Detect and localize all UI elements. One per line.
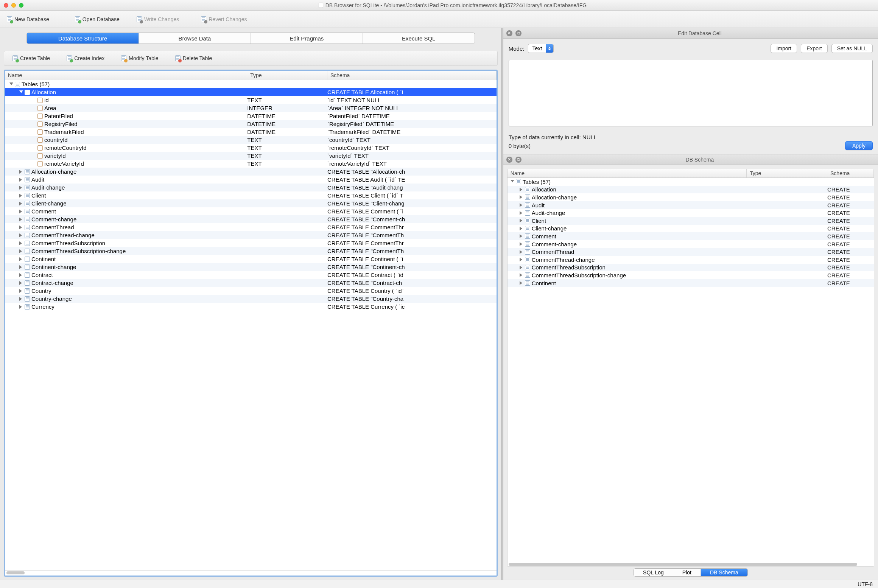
disclosure-icon[interactable]: [19, 90, 23, 94]
tree-column-row[interactable]: RegistryFiled DATETIME `RegistryFiled` D…: [5, 120, 497, 128]
tree-column-row[interactable]: PatentFiled DATETIME `PatentFiled` DATET…: [5, 112, 497, 120]
tree-row-table[interactable]: CommentThreadSubscription CREATE TABLE C…: [5, 239, 497, 247]
create-index-button[interactable]: Create Index: [64, 54, 107, 63]
tree-row-table[interactable]: Continent-change CREATE TABLE "Continent…: [5, 263, 497, 271]
disclosure-icon[interactable]: [520, 219, 523, 222]
tab-browse-data[interactable]: Browse Data: [139, 33, 251, 44]
disclosure-icon[interactable]: [520, 266, 523, 269]
disclosure-icon[interactable]: [520, 211, 523, 215]
import-button[interactable]: Import: [771, 44, 797, 53]
tree-column-row[interactable]: remoteCountryId TEXT `remoteCountryId` T…: [5, 144, 497, 152]
tab-sql-log[interactable]: SQL Log: [634, 569, 673, 576]
tree-column-row[interactable]: Area INTEGER `Area` INTEGER NOT NULL: [5, 104, 497, 112]
schema-row[interactable]: Comment CREATE: [507, 232, 874, 240]
tree-column-row[interactable]: TrademarkFiled DATETIME `TrademarkFiled`…: [5, 128, 497, 136]
tree-row-table[interactable]: Audit-change CREATE TABLE "Audit-chang: [5, 184, 497, 191]
tree-body[interactable]: Tables (57) Allocation CREATE TABLE Allo…: [5, 80, 497, 570]
tree-row-table[interactable]: Comment CREATE TABLE Comment ( `i: [5, 207, 497, 215]
tab-db-schema[interactable]: DB Schema: [701, 569, 747, 576]
disclosure-icon[interactable]: [520, 227, 523, 230]
disclosure-icon[interactable]: [19, 226, 23, 229]
tree-column-row[interactable]: id TEXT `id` TEXT NOT NULL: [5, 96, 497, 104]
schema-row[interactable]: CommentThreadSubscription CREATE: [507, 264, 874, 272]
tree-row-table[interactable]: Contract-change CREATE TABLE "Contract-c…: [5, 279, 497, 287]
schema-row[interactable]: Comment-change CREATE: [507, 240, 874, 248]
schema-row[interactable]: CommentThread-change CREATE: [507, 256, 874, 264]
sth-name[interactable]: Name: [507, 169, 747, 177]
delete-table-button[interactable]: Delete Table: [172, 54, 215, 63]
panel-popout-icon[interactable]: ⧉: [515, 157, 522, 163]
disclosure-icon[interactable]: [9, 82, 13, 86]
disclosure-icon[interactable]: [19, 265, 23, 269]
disclosure-icon[interactable]: [19, 289, 23, 293]
disclosure-icon[interactable]: [520, 234, 523, 238]
th-name[interactable]: Name: [5, 71, 247, 80]
tree-hscroll[interactable]: [5, 570, 497, 576]
tree-row-allocation[interactable]: Allocation CREATE TABLE Allocation ( `i: [5, 88, 497, 96]
disclosure-icon[interactable]: [19, 249, 23, 253]
disclosure-icon[interactable]: [19, 281, 23, 285]
schema-row[interactable]: CommentThread CREATE: [507, 248, 874, 256]
schema-rows[interactable]: Tables (57) Allocation CREATE Allocation…: [507, 178, 874, 562]
create-table-button[interactable]: Create Table: [9, 54, 53, 63]
mode-select[interactable]: Text: [528, 44, 554, 53]
panel-close-icon[interactable]: ✕: [506, 157, 512, 163]
tree-row-table[interactable]: Comment-change CREATE TABLE "Comment-ch: [5, 215, 497, 223]
apply-button[interactable]: Apply: [845, 141, 873, 150]
tree-column-row[interactable]: varietyId TEXT `varietyId` TEXT: [5, 152, 497, 160]
minimize-window-icon[interactable]: [11, 3, 16, 8]
new-database-button[interactable]: New Database: [4, 15, 52, 24]
tree-tables-header[interactable]: Tables (57): [5, 80, 497, 88]
schema-row[interactable]: Audit CREATE: [507, 201, 874, 209]
disclosure-icon[interactable]: [19, 305, 23, 309]
export-button[interactable]: Export: [801, 44, 827, 53]
disclosure-icon[interactable]: [19, 194, 23, 198]
disclosure-icon[interactable]: [19, 202, 23, 205]
disclosure-icon[interactable]: [520, 258, 523, 261]
tab-edit-pragmas[interactable]: Edit Pragmas: [251, 33, 363, 44]
set-null-button[interactable]: Set as NULL: [831, 44, 873, 53]
schema-row[interactable]: Continent CREATE: [507, 279, 874, 287]
panel-close-icon[interactable]: ✕: [506, 30, 512, 36]
schema-row[interactable]: Audit-change CREATE: [507, 209, 874, 217]
schema-tables-header[interactable]: Tables (57): [507, 178, 874, 186]
modify-table-button[interactable]: Modify Table: [118, 54, 161, 63]
schema-row[interactable]: Allocation CREATE: [507, 186, 874, 194]
tree-row-table[interactable]: Contract CREATE TABLE Contract ( `id: [5, 271, 497, 279]
disclosure-icon[interactable]: [19, 297, 23, 301]
disclosure-icon[interactable]: [520, 188, 523, 191]
open-database-button[interactable]: Open Database: [72, 15, 123, 24]
tree-column-row[interactable]: countryId TEXT `countryId` TEXT: [5, 136, 497, 144]
schema-row[interactable]: Allocation-change CREATE: [507, 193, 874, 201]
disclosure-icon[interactable]: [520, 250, 523, 254]
tree-column-row[interactable]: remoteVarietyId TEXT `remoteVarietyId` T…: [5, 160, 497, 168]
disclosure-icon[interactable]: [520, 281, 523, 285]
tab-execute-sql[interactable]: Execute SQL: [363, 33, 475, 44]
tree-row-table[interactable]: Client-change CREATE TABLE "Client-chang: [5, 199, 497, 207]
tree-row-table[interactable]: Client CREATE TABLE Client ( `id` T: [5, 191, 497, 199]
disclosure-icon[interactable]: [520, 242, 523, 246]
cell-textarea[interactable]: [509, 60, 873, 126]
tree-row-table[interactable]: Continent CREATE TABLE Continent ( `i: [5, 255, 497, 263]
tree-row-table[interactable]: Allocation-change CREATE TABLE "Allocati…: [5, 168, 497, 176]
sth-type[interactable]: Type: [747, 169, 827, 177]
schema-row[interactable]: Client-change CREATE: [507, 225, 874, 233]
panel-popout-icon[interactable]: ⧉: [515, 30, 522, 36]
disclosure-icon[interactable]: [19, 170, 23, 174]
th-schema[interactable]: Schema: [327, 71, 497, 80]
disclosure-icon[interactable]: [19, 218, 23, 221]
close-window-icon[interactable]: [4, 3, 8, 8]
schema-row[interactable]: CommentThreadSubscription-change CREATE: [507, 271, 874, 279]
disclosure-icon[interactable]: [520, 195, 523, 199]
disclosure-icon[interactable]: [19, 178, 23, 182]
tree-row-table[interactable]: CommentThreadSubscription-change CREATE …: [5, 247, 497, 255]
disclosure-icon[interactable]: [19, 210, 23, 213]
zoom-window-icon[interactable]: [19, 3, 23, 8]
disclosure-icon[interactable]: [19, 257, 23, 261]
disclosure-icon[interactable]: [520, 203, 523, 207]
sth-schema[interactable]: Schema: [827, 169, 874, 177]
tab-plot[interactable]: Plot: [673, 569, 701, 576]
tree-row-table[interactable]: Country-change CREATE TABLE "Country-cha: [5, 295, 497, 303]
disclosure-icon[interactable]: [19, 273, 23, 277]
disclosure-icon[interactable]: [19, 241, 23, 245]
